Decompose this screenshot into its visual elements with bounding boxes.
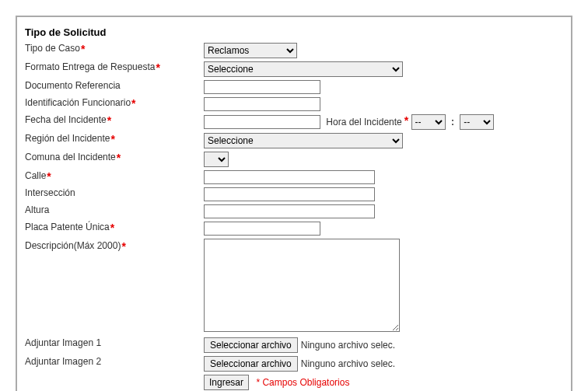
select-hora-mm[interactable]: -- bbox=[460, 114, 494, 130]
input-id-funcionario[interactable] bbox=[204, 97, 320, 111]
time-separator: : bbox=[451, 117, 454, 127]
submit-button[interactable]: Ingresar bbox=[204, 375, 249, 390]
row-calle: Calle* bbox=[25, 169, 563, 186]
label-region-incidente: Región del Incidente bbox=[25, 133, 110, 144]
required-asterisk: * bbox=[131, 97, 135, 110]
label-altura: Altura bbox=[25, 204, 49, 215]
label-formato-entrega: Formato Entrega de Respuesta bbox=[25, 61, 155, 72]
row-id-funcionario: Identificación Funcionario* bbox=[25, 96, 563, 113]
label-fecha-incidente: Fecha del Incidente bbox=[25, 114, 107, 125]
file-status-1: Ninguno archivo selec. bbox=[301, 340, 395, 351]
row-descripcion: Descripción(Máx 2000)* bbox=[25, 237, 563, 336]
label-id-funcionario: Identificación Funcionario bbox=[25, 97, 131, 108]
required-asterisk: * bbox=[81, 43, 85, 55]
label-calle: Calle bbox=[25, 170, 46, 181]
select-hora-hh[interactable]: -- bbox=[411, 114, 446, 130]
row-submit: Ingresar * Campos Obligatorios bbox=[25, 373, 563, 391]
row-altura: Altura bbox=[25, 203, 563, 220]
form-table: Tipo de Caso* Reclamos Formato Entrega d… bbox=[25, 41, 563, 391]
required-asterisk: * bbox=[156, 61, 159, 74]
input-documento-ref[interactable] bbox=[204, 80, 320, 94]
input-placa[interactable] bbox=[204, 222, 320, 236]
row-interseccion: Intersección bbox=[25, 186, 563, 203]
file-button-2[interactable]: Seleccionar archivo bbox=[204, 356, 298, 372]
select-region-incidente[interactable]: Seleccione bbox=[204, 133, 403, 148]
label-descripcion: Descripción(Máx 2000) bbox=[25, 240, 121, 251]
required-asterisk: * bbox=[117, 152, 121, 164]
request-form-panel: Tipo de Solicitud Tipo de Caso* Reclamos… bbox=[16, 16, 572, 391]
required-note: * Campos Obligatorios bbox=[256, 377, 349, 388]
input-altura[interactable] bbox=[204, 204, 375, 218]
input-fecha-incidente[interactable] bbox=[204, 115, 320, 129]
required-asterisk: * bbox=[121, 240, 125, 253]
label-placa: Placa Patente Única bbox=[25, 222, 110, 232]
file-status-2: Ninguno archivo selec. bbox=[301, 358, 395, 369]
row-documento-ref: Documento Referencia bbox=[25, 79, 563, 96]
textarea-descripcion[interactable] bbox=[204, 239, 400, 332]
label-hora-incidente: Hora del Incidente bbox=[326, 117, 401, 127]
required-asterisk: * bbox=[110, 222, 114, 234]
label-comuna-incidente: Comuna del Incidente bbox=[25, 152, 116, 162]
select-formato-entrega[interactable]: Seleccione bbox=[204, 61, 403, 77]
label-adj-img1: Adjuntar Imagen 1 bbox=[25, 337, 101, 348]
file-button-1[interactable]: Seleccionar archivo bbox=[204, 337, 298, 353]
row-adjuntar-imagen-2: Adjuntar Imagen 2 Seleccionar archivo Ni… bbox=[25, 354, 563, 373]
row-comuna-incidente: Comuna del Incidente* bbox=[25, 150, 563, 169]
required-asterisk: * bbox=[110, 133, 114, 145]
required-asterisk: * bbox=[47, 170, 51, 183]
row-adjuntar-imagen-1: Adjuntar Imagen 1 Seleccionar archivo Ni… bbox=[25, 336, 563, 354]
row-region-incidente: Región del Incidente* Seleccione bbox=[25, 131, 563, 150]
label-documento-ref: Documento Referencia bbox=[25, 80, 121, 91]
row-tipo-caso: Tipo de Caso* Reclamos bbox=[25, 41, 563, 60]
row-placa: Placa Patente Única* bbox=[25, 220, 563, 237]
row-fecha-incidente: Fecha del Incidente* Hora del Incidente*… bbox=[25, 113, 563, 131]
input-calle[interactable] bbox=[204, 170, 375, 184]
select-tipo-caso[interactable]: Reclamos bbox=[204, 43, 297, 58]
required-asterisk: * bbox=[107, 114, 111, 127]
label-adj-img2: Adjuntar Imagen 2 bbox=[25, 356, 101, 367]
section-title: Tipo de Solicitud bbox=[25, 26, 563, 38]
input-interseccion[interactable] bbox=[204, 187, 375, 201]
label-interseccion: Intersección bbox=[25, 187, 75, 198]
required-asterisk: * bbox=[404, 114, 408, 127]
label-tipo-caso: Tipo de Caso bbox=[25, 43, 80, 54]
select-comuna-incidente[interactable] bbox=[204, 152, 229, 167]
row-formato-entrega: Formato Entrega de Respuesta* Seleccione bbox=[25, 60, 563, 79]
